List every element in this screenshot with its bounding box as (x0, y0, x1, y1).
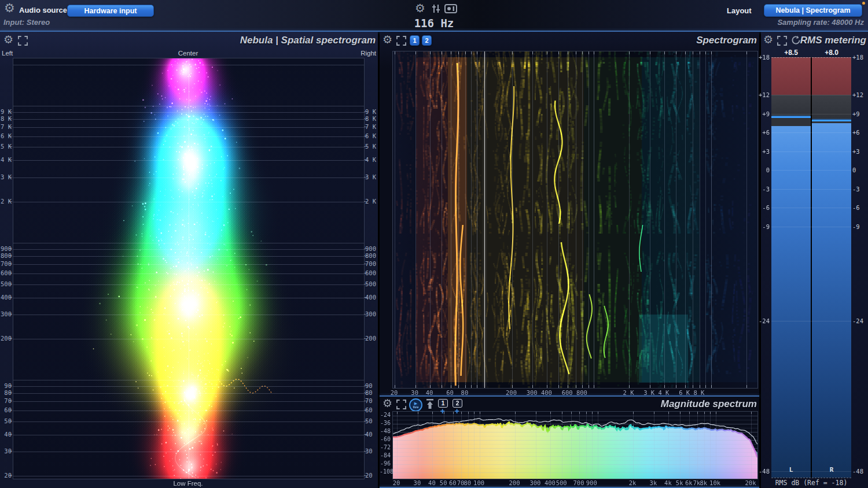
pan-label-left: Left (2, 50, 13, 57)
axis-tick (592, 412, 593, 414)
freq-axis-label: 200 (365, 335, 378, 342)
add-snapshot-1-button[interactable]: + (438, 407, 447, 415)
freq-axis-label: 2k (623, 479, 642, 486)
panel-title: Spectrogram (696, 35, 757, 46)
sampling-rate: Sampling rate: 48000 Hz (777, 18, 864, 27)
view-button-2[interactable]: 2 (422, 35, 432, 46)
axis-tick (468, 412, 469, 414)
reset-icon[interactable] (791, 35, 801, 47)
freq-axis-label: 50 (0, 417, 12, 424)
live-label: live (413, 405, 418, 409)
meter-scale-label: 0 (766, 167, 770, 173)
freq-axis-label: 30 (365, 448, 378, 454)
freq-axis-label: 6 K (365, 132, 378, 139)
grid-line (393, 440, 757, 441)
layout-preset-button[interactable]: Nebula | Spectrogram (764, 4, 862, 17)
freq-axis-label: 700 (0, 260, 12, 267)
low-freq-label: Low Freq. (165, 480, 211, 487)
meter-bottom-line (771, 478, 851, 478)
freq-axis-label: 10k (705, 479, 725, 486)
rms-value-right: +8.0 (812, 49, 851, 57)
pan-label-center: Center (165, 50, 211, 57)
freq-axis-label: 8 K (0, 115, 12, 122)
expand-icon[interactable] (18, 36, 28, 48)
peak-hold-icon[interactable] (426, 398, 434, 412)
magnitude-plot[interactable] (392, 411, 758, 479)
scale-left: +18+12+9+6+30-3-6-9-24-48 (761, 57, 770, 478)
freq-axis-label: 4 K (365, 156, 378, 163)
audio-source-label: Audio source (19, 6, 67, 14)
meter-scale-label: +9 (852, 111, 860, 117)
meter-scale-label: 0 (852, 167, 856, 173)
grid-layer (393, 412, 757, 479)
grid-line (710, 412, 711, 479)
grid-line (453, 412, 454, 479)
spectrogram-canvas[interactable] (393, 51, 757, 388)
nebula-plot[interactable] (13, 58, 365, 479)
grid-line (704, 412, 705, 479)
freq-axis-label: 30 (0, 448, 12, 454)
db-axis-label: -60 (380, 437, 391, 442)
meter-scale-label: +12 (852, 92, 863, 98)
grid-line (751, 412, 752, 479)
nebula-canvas[interactable] (13, 58, 364, 479)
meter-scale-label: -6 (852, 205, 860, 211)
freq-axis-label: 50 (365, 417, 378, 424)
gear-icon[interactable]: ⚙ (3, 34, 13, 45)
axis-tick (480, 412, 480, 414)
gear-icon[interactable]: ⚙ (382, 34, 392, 45)
freq-axis-label: 90 (365, 382, 378, 389)
audio-source-gear-icon[interactable]: ⚙ (4, 2, 15, 14)
magnitude-spectrum-panel: ⚙ ▶ live 1 + 2 + Magnitude spectrum -24-… (380, 397, 759, 488)
meter-scale-label: -9 (852, 224, 860, 230)
live-button[interactable]: ▶ live (409, 398, 422, 412)
freq-axis-label: 100 (469, 479, 489, 486)
view-button-1[interactable]: 1 (410, 35, 420, 46)
grid-line (393, 460, 757, 461)
scale-right: +18+12+9+6+30-3-6-9-24-48 (852, 57, 868, 478)
grid-line (716, 412, 716, 479)
expand-icon[interactable] (396, 400, 406, 412)
freq-axis-label: 80 (0, 389, 12, 396)
settings-gear-icon[interactable]: ⚙ (415, 2, 425, 14)
freq-axis-label: 4 K (0, 156, 12, 163)
freq-axis-label: 3 K (0, 173, 12, 180)
meter-rms-fill (812, 123, 851, 478)
grid-line (536, 412, 536, 479)
db-axis-label: -84 (380, 453, 391, 459)
mixer-sliders-icon[interactable] (431, 4, 441, 16)
grid-line (393, 420, 757, 420)
io-device-icon[interactable] (444, 4, 457, 16)
grid-line (515, 412, 516, 479)
meter-scale-label: -3 (762, 186, 770, 193)
freq-axis-label: 300 (365, 310, 378, 317)
grid-line (393, 456, 757, 457)
meter-headroom-zone (771, 95, 811, 116)
channel-label-left: L (771, 466, 811, 474)
freq-axis-label: 70 (365, 397, 378, 404)
axis-tick (716, 412, 716, 414)
expand-icon[interactable] (777, 36, 787, 48)
hardware-input-button[interactable]: Hardware input (67, 5, 154, 17)
axis-tick (751, 412, 752, 414)
expand-icon[interactable] (396, 36, 406, 48)
grid-line (654, 412, 654, 479)
freq-axis-label: 200 (0, 335, 12, 342)
meter-scale-label: +6 (852, 130, 860, 136)
grid-line (444, 412, 444, 479)
meter-scale-label: -9 (762, 224, 770, 230)
freq-axis-label: 5 K (0, 143, 12, 150)
layout-label[interactable]: Layout (727, 6, 752, 15)
grid-line (397, 412, 398, 479)
add-snapshot-2-button[interactable]: + (453, 407, 461, 415)
meter-scale-label: +18 (759, 54, 770, 61)
gear-icon[interactable]: ⚙ (763, 34, 773, 45)
freq-axis-label: 800 (0, 252, 12, 259)
freq-axis-label: 90 (0, 382, 12, 389)
db-axis-label: -72 (380, 445, 391, 450)
spectrogram-plot[interactable] (392, 51, 758, 389)
gear-icon[interactable]: ⚙ (382, 398, 392, 409)
grid-line (586, 412, 587, 479)
grid-line (697, 412, 698, 479)
freq-axis-label: 3 K (365, 173, 378, 180)
